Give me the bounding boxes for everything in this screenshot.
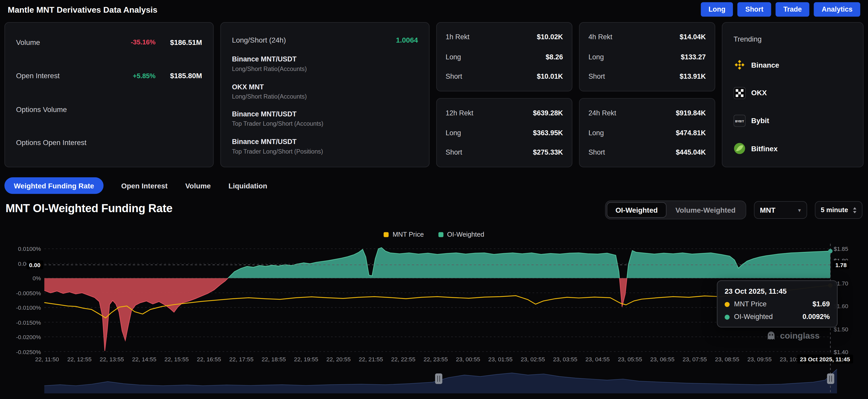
interval-stepper-icon [853, 207, 857, 213]
section-title: MNT OI-Weighted Funding Rate [5, 202, 172, 215]
metric-change: +5.85% [133, 72, 155, 80]
trending-item-binance[interactable]: Binance [734, 59, 852, 71]
navigator-left-handle[interactable] [435, 373, 442, 384]
ratio-link-title: OKX MNT [232, 83, 418, 91]
ratio-link-subtitle: Long/Short Ratio(Accounts) [232, 65, 418, 72]
interval-select-value: 5 minute [821, 206, 848, 214]
tab-open-interest[interactable]: Open Interest [121, 181, 167, 190]
longshort-header: Long/Short (24h) 1.0064 [232, 36, 418, 45]
rekt-long-label: Long [588, 53, 604, 61]
rekt-card-4h: 4h Rekt$14.04K Long$133.27 Short$13.91K [579, 22, 715, 91]
longshort-label: Long/Short (24h) [232, 36, 286, 45]
rekt-long-label: Long [445, 53, 461, 61]
trending-item-okx[interactable]: OKX [734, 87, 852, 99]
rekt-column-2: 4h Rekt$14.04K Long$133.27 Short$13.91K … [579, 22, 715, 167]
metric-row-options-volume[interactable]: Options Volume [16, 104, 202, 114]
ratio-link-subtitle: Long/Short Ratio(Accounts) [232, 93, 418, 99]
tooltip-value: $1.69 [812, 301, 830, 308]
mnt-price-swatch [384, 232, 389, 237]
symbol-select-value: MNT [760, 206, 775, 214]
metric-row-open-interest[interactable]: Open Interest +5.85% $185.80M [16, 71, 202, 81]
legend-mnt-price[interactable]: MNT Price [384, 230, 424, 238]
chart-controls: OI-Weighted Volume-Weighted MNT ▾ 5 minu… [605, 201, 863, 219]
rekt-long-label: Long [445, 129, 461, 137]
metric-value: $186.51M [163, 38, 202, 46]
segment-volume-weighted[interactable]: Volume-Weighted [666, 202, 744, 218]
chevron-down-icon: ▾ [798, 207, 801, 213]
chart-tabs: Weighted Funding Rate Open Interest Volu… [4, 177, 267, 194]
rekt-total: $639.28K [533, 109, 563, 117]
rekt-column-1: 1h Rekt$10.02K Long$8.26 Short$10.01K 12… [436, 22, 572, 167]
trending-item-label: Binance [751, 61, 779, 69]
rekt-short-value: $10.01K [537, 73, 563, 80]
trending-item-bitfinex[interactable]: Bitfinex [734, 142, 852, 154]
rekt-short-value: $445.04K [676, 148, 706, 156]
metric-row-volume[interactable]: Volume -35.16% $186.51M [16, 37, 202, 47]
longshort-value: 1.0064 [396, 36, 418, 45]
rekt-long-label: Long [588, 129, 604, 137]
tab-volume[interactable]: Volume [185, 181, 211, 190]
metric-value: $185.80M [163, 72, 202, 80]
rekt-total: $919.84K [676, 109, 706, 117]
legend-label: MNT Price [393, 230, 424, 238]
rekt-total: $10.02K [537, 33, 563, 41]
tooltip-row-oi-weighted: OI-Weighted 0.0092% [724, 313, 830, 321]
ratio-link-title: Binance MNT/USDT [232, 111, 418, 118]
rekt-short-value: $275.33K [533, 148, 563, 156]
trending-item-label: Bybit [751, 116, 769, 125]
ratio-link-top-trader-accounts[interactable]: Binance MNT/USDT Top Trader Long/Short (… [232, 111, 418, 127]
metric-change: -35.16% [131, 38, 155, 46]
legend-label: OI-Weighted [447, 230, 484, 238]
rekt-short-label: Short [445, 73, 462, 80]
tab-weighted-funding-rate[interactable]: Weighted Funding Rate [4, 177, 103, 194]
rekt-long-value: $133.27 [681, 53, 706, 61]
rekt-short-label: Short [588, 148, 605, 156]
chart-tooltip: 23 Oct 2025, 11:45 MNT Price $1.69 OI-We… [717, 280, 838, 327]
chart-legend: MNT Price OI-Weighted [0, 230, 868, 238]
navigator-right-handle[interactable] [827, 373, 834, 384]
rekt-total: $14.04K [680, 33, 706, 41]
tooltip-label: OI-Weighted [734, 313, 773, 321]
interval-select[interactable]: 5 minute [815, 201, 862, 219]
app-root: Mantle MNT Derivatives Data Analysis Lon… [0, 0, 868, 399]
rekt-short-value: $13.91K [680, 73, 706, 80]
ratio-link-subtitle: Top Trader Long/Short (Accounts) [232, 120, 418, 127]
rekt-card-1h: 1h Rekt$10.02K Long$8.26 Short$10.01K [436, 22, 572, 91]
trending-title: Trending [734, 35, 852, 43]
symbol-select[interactable]: MNT ▾ [754, 201, 807, 219]
ratio-link-okx-accounts[interactable]: OKX MNT Long/Short Ratio(Accounts) [232, 83, 418, 99]
rekt-long-value: $474.81K [676, 129, 706, 137]
metrics-card: Volume -35.16% $186.51M Open Interest +5… [4, 22, 214, 167]
tooltip-title: 23 Oct 2025, 11:45 [724, 287, 830, 295]
ratio-link-binance-accounts[interactable]: Binance MNT/USDT Long/Short Ratio(Accoun… [232, 55, 418, 72]
rekt-period: 4h Rekt [588, 33, 613, 41]
longshort-card: Long/Short (24h) 1.0064 Binance MNT/USDT… [220, 22, 429, 167]
ratio-link-top-trader-positions[interactable]: Binance MNT/USDT Top Trader Long/Short (… [232, 138, 418, 154]
ratio-link-subtitle: Top Trader Long/Short (Positions) [232, 148, 418, 154]
tab-liquidation[interactable]: Liquidation [228, 181, 267, 190]
tooltip-value: 0.0092% [803, 313, 830, 321]
trending-item-bybit[interactable]: BYB!T Bybit [734, 115, 852, 127]
oi-dot-icon [724, 314, 730, 319]
trending-card: Trending Binance [722, 22, 864, 167]
watermark: coinglass [766, 331, 819, 341]
bitfinex-icon [734, 142, 745, 154]
weighting-toggle: OI-Weighted Volume-Weighted [605, 201, 746, 219]
metric-label: Volume [16, 38, 40, 46]
binance-icon [734, 59, 745, 71]
trending-item-label: Bitfinex [751, 144, 777, 152]
bybit-icon: BYB!T [734, 115, 745, 127]
segment-oi-weighted[interactable]: OI-Weighted [607, 202, 666, 218]
metric-label: Open Interest [16, 72, 60, 80]
legend-oi-weighted[interactable]: OI-Weighted [438, 230, 484, 238]
trending-item-label: OKX [751, 88, 767, 97]
rekt-long-value: $8.26 [546, 53, 563, 61]
oi-weighted-swatch [438, 232, 443, 237]
tooltip-label: MNT Price [734, 301, 767, 308]
overview-cards: Volume -35.16% $186.51M Open Interest +5… [4, 22, 864, 167]
metric-label: Options Open Interest [16, 139, 86, 147]
metric-row-options-open-interest[interactable]: Options Open Interest [16, 138, 202, 148]
rekt-short-label: Short [588, 73, 605, 80]
rekt-period: 1h Rekt [445, 33, 470, 41]
tooltip-row-price: MNT Price $1.69 [724, 301, 830, 308]
